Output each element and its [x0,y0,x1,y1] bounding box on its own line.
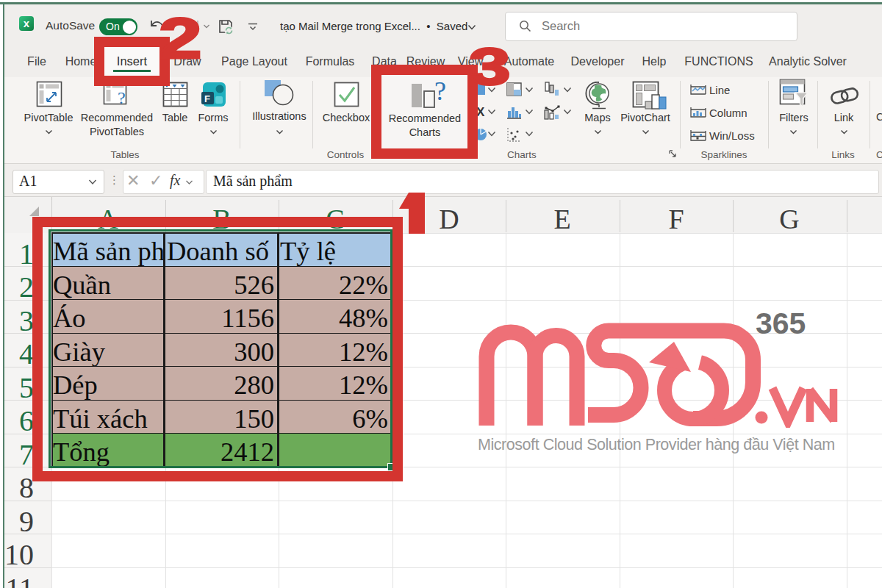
svg-text:?: ? [434,79,446,106]
svg-text:F: F [204,93,210,104]
svg-text:?: ? [118,88,126,107]
